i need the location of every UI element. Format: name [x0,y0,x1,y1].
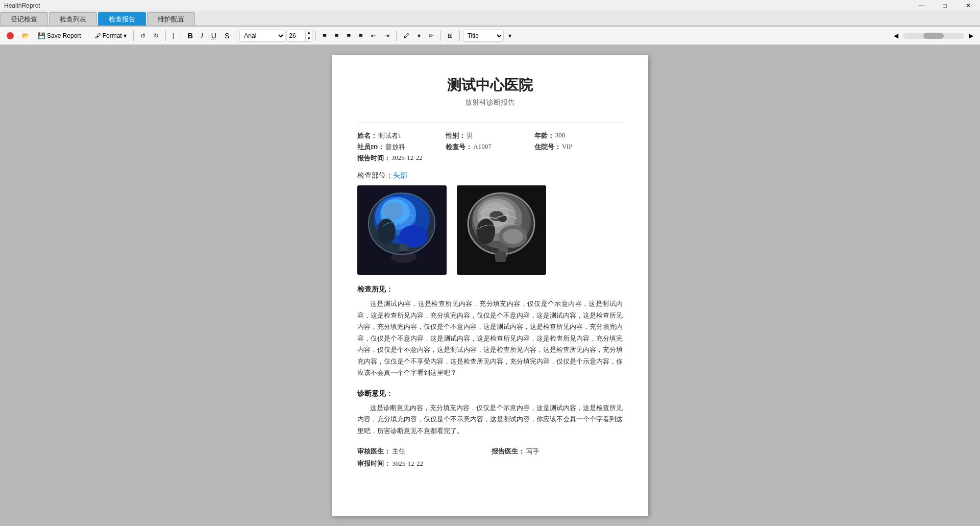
tab-maintenance-label: 维护配置 [158,15,184,24]
report-type: 放射科诊断报告 [357,98,623,107]
color-red-button[interactable] [3,29,17,42]
svg-point-6 [383,202,403,220]
strikethrough-button[interactable]: S [221,29,233,42]
align-justify-button[interactable]: ≡ [355,29,366,42]
separator-1 [88,31,88,41]
diagnosis-text: 这是诊断意见内容，充分填充内容，仅仅是个示意内容，这是测试内容，这是检查所见内容… [357,402,623,437]
reviewer-label: 审核医生： [357,447,390,455]
exam-id-value: A1007 [473,142,491,152]
align-left-button[interactable]: ≡ [319,29,330,42]
align-right-button[interactable]: ≡ [343,29,354,42]
font-size-down-button[interactable]: ▼ [306,36,312,42]
align-center-button[interactable]: ≡ [331,29,342,42]
pencil-button[interactable]: ✏ [425,29,437,42]
gender-label: 性别： [446,131,465,140]
horizontal-scrollbar[interactable] [903,33,964,39]
format-label: Format [103,32,122,39]
patient-gender-item: 性别： 男 [446,131,534,140]
window-controls: — □ ✕ [910,0,980,11]
open-button[interactable]: 📂 [18,29,33,42]
highlight-dropdown[interactable]: ▾ [414,29,424,42]
id-value: 普放科 [385,142,405,152]
report-time-item: 报告时间： 3025-12-22 [357,154,446,163]
save-label: Save Report [47,32,81,39]
strikethrough-label: S [225,32,229,40]
brain-image-color [357,185,447,275]
name-value: 测试者1 [378,131,402,140]
ward-value: VIP [562,142,573,152]
age-value: 300 [555,131,566,140]
age-label: 年龄： [534,131,554,140]
highlight-button[interactable]: 🖊 [400,29,413,42]
underline-button[interactable]: U [208,29,220,42]
folder-icon: 📂 [22,32,30,39]
italic-button[interactable]: I [198,29,207,42]
style-select[interactable]: Title Heading 1 Normal [463,30,504,42]
app-title: HealthReprot [4,2,40,9]
brain-mri-gray-svg [457,185,546,275]
reporter-item: 报告医生： 写手 [492,447,623,456]
exam-part: 检查部位：头部 [357,171,623,180]
font-size-up-button[interactable]: ▲ [306,30,312,36]
findings-section: 检查所见： 这是测试内容，这是检查所见内容，充分填充内容，仅仅是个示意内容，这是… [357,285,623,379]
red-circle-icon [7,32,14,39]
format-dropdown-icon: ▾ [124,32,127,39]
reviewer-item: 审核医生： 主任 [357,447,488,456]
scroll-right-button[interactable]: ▶ [965,29,977,42]
scroll-area: ◀ ▶ [890,29,977,42]
exam-id-label: 检查号： [446,142,472,152]
report-date-value: 3025-12-22 [392,460,423,467]
ward-label: 住院号： [534,142,561,152]
brain-mri-color-svg [357,185,447,275]
save-icon: 💾 [38,32,45,39]
separator-7 [396,31,397,41]
minimize-button[interactable]: — [910,0,933,11]
report-time-label: 报告时间： [357,154,390,163]
underline-label: U [211,32,216,40]
table-button[interactable]: ⊞ [444,29,456,42]
patient-name-item: 姓名： 测试者1 [357,131,446,140]
report-date-item: 审报时间： 3025-12-22 [357,459,488,468]
id-label: 社员ID： [357,142,384,152]
svg-point-21 [503,229,523,244]
exam-part-label: 检查部位： [357,172,393,179]
save-report-button[interactable]: 💾 Save Report [34,29,85,42]
tab-list[interactable]: 检查列表 [49,12,97,26]
tab-report[interactable]: 检查报告 [98,12,146,26]
bold-button[interactable]: B [184,29,197,42]
separator-8 [440,31,441,41]
indent-right-button[interactable]: ⇥ [381,29,393,42]
scroll-left-button[interactable]: ◀ [890,29,902,42]
tab-maintenance[interactable]: 维护配置 [147,12,195,26]
indent-left-button[interactable]: ⇤ [368,29,380,42]
diagnosis-section: 诊断意见： 这是诊断意见内容，充分填充内容，仅仅是个示意内容，这是测试内容，这是… [357,389,623,437]
font-family-select[interactable]: Arial Times New Roman SimSun [239,30,285,42]
exam-part-value: 头部 [393,172,407,179]
font-size-input[interactable] [287,30,305,42]
format-button[interactable]: 🖋 Format ▾ [91,29,130,42]
toolbar: 📂 💾 Save Report 🖋 Format ▾ ↺ ↻ | B I U S… [0,27,980,45]
footer-info: 审核医生： 主任 报告医生： 写手 审报时间： 3025-12-22 [357,447,623,468]
findings-text: 这是测试内容，这是检查所见内容，充分填充内容，仅仅是个示意内容，这是测试内容，这… [357,298,623,379]
style-dropdown[interactable]: ▾ [505,29,515,42]
undo-button[interactable]: ↺ [137,29,149,42]
tab-report-label: 检查报告 [109,15,135,24]
tab-login[interactable]: 登记检查 [0,12,48,26]
separator-2 [133,31,134,41]
insert-line-button[interactable]: | [169,29,178,42]
main-content: 测试中心医院 放射科诊断报告 姓名： 测试者1 性别： 男 年龄： 300 社员… [0,45,980,526]
maximize-button[interactable]: □ [933,0,957,11]
document-page: 测试中心医院 放射科诊断报告 姓名： 测试者1 性别： 男 年龄： 300 社员… [332,55,648,516]
hospital-name: 测试中心医院 [357,76,623,95]
close-button[interactable]: ✕ [957,0,980,11]
separator-9 [459,31,460,41]
patient-exam-id-item: 检查号： A1007 [446,142,534,152]
separator-3 [165,31,166,41]
patient-age-item: 年龄： 300 [534,131,623,140]
separator-6 [315,31,316,41]
report-time-value: 3025-12-22 [391,154,423,163]
redo-button[interactable]: ↻ [150,29,162,42]
separator-4 [181,31,181,41]
gender-value: 男 [467,131,473,140]
bold-label: B [188,32,193,40]
